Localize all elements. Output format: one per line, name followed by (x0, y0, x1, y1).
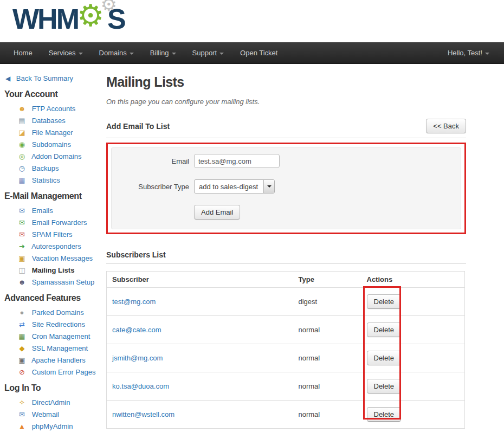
site-redirections-link[interactable]: Site Redirections (32, 320, 85, 328)
ssl-management-link[interactable]: SSL Management (32, 344, 88, 352)
email-forwarders-link[interactable]: Email Forwarders (32, 218, 87, 227)
tv-icon: ▣ (17, 254, 27, 262)
sidebar-item-email-forwarders: ✉ Email Forwarders (4, 217, 106, 229)
table-row: test@mg.com digest Delete (107, 288, 465, 316)
nav-item-services[interactable]: Services (41, 42, 91, 63)
autoresponders-link[interactable]: Autoresponders (31, 242, 81, 250)
webmail-link[interactable]: Webmail (32, 410, 59, 418)
statistics-link[interactable]: Statistics (32, 176, 60, 184)
table-header-row: Subscriber Type Actions (107, 272, 465, 288)
subscriber-type: normal (293, 316, 361, 344)
sidebar-item-spam-filters: ✉ SPAM Filters (4, 229, 106, 241)
emails-link[interactable]: Emails (32, 207, 53, 215)
chevron-down-icon (485, 53, 489, 55)
nav-user-menu[interactable]: Hello, Test! (440, 42, 497, 63)
globe-gray-icon: ● (17, 308, 27, 317)
chevron-down-icon (130, 53, 134, 55)
lock-icon: ◆ (17, 344, 27, 352)
nav-item-open-ticket[interactable]: Open Ticket (232, 42, 286, 63)
databases-link[interactable]: Databases (32, 117, 66, 125)
subscriber-type: normal (293, 344, 361, 372)
nav-item-billing[interactable]: Billing (142, 42, 184, 63)
delete-button[interactable]: Delete (367, 351, 402, 365)
subscribers-table: Subscriber Type Actions test@mg.com dige… (106, 271, 465, 429)
ftp-accounts-link[interactable]: FTP Accounts (32, 105, 76, 113)
back-to-summary-link[interactable]: Back To Summary (16, 74, 73, 82)
delete-button[interactable]: Delete (367, 407, 402, 422)
page-title: Mailing Lists (106, 74, 466, 90)
subscriber-link[interactable]: ko.tsa@duoa.com (112, 382, 169, 390)
spamassasin-setup-link[interactable]: Spamassasin Setup (32, 278, 95, 286)
logo-text-whm: WHM (12, 2, 78, 36)
gear-icon-small: ⚙ (100, 0, 117, 15)
chevron-down-icon (267, 185, 272, 188)
chevron-down-icon (172, 53, 176, 55)
subscribers-list-title: Subscribers List (106, 250, 466, 259)
delete-button[interactable]: Delete (367, 294, 402, 309)
envelope-spam-icon: ✉ (17, 230, 27, 238)
subscriber-link[interactable]: jsmith@mg.com (112, 354, 163, 362)
addon-domains-link[interactable]: Addon Domains (31, 152, 82, 160)
sidebar-section-your-account: Your Account (4, 89, 106, 99)
sidebar-item-emails: ✉ Emails (4, 205, 106, 217)
subscriber-type: normal (293, 372, 361, 401)
envelope-icon: ✉ (17, 207, 27, 215)
subscriber-type: normal (293, 401, 361, 429)
section-divider (106, 263, 466, 264)
sidebar-item-addon-domains: ◎ Addon Domains (4, 151, 106, 163)
subscriber-link[interactable]: cate@cate.com (112, 326, 161, 334)
sidebar-item-file-manager: ◪ File Manager (4, 127, 106, 139)
nav-item-support[interactable]: Support (184, 42, 232, 63)
delete-button[interactable]: Delete (367, 379, 402, 394)
nav-item-home[interactable]: Home (5, 42, 41, 63)
file-manager-link[interactable]: File Manager (32, 128, 73, 137)
sidebar-item-mailing-lists: ◫ Mailing Lists (4, 265, 106, 276)
parked-domains-link[interactable]: Parked Domains (32, 308, 84, 317)
vacation-messages-link[interactable]: Vacation Messages (32, 254, 93, 262)
apache-handlers-link[interactable]: Apache Handlers (31, 356, 86, 364)
globe-icon: ◎ (17, 152, 27, 160)
directadmin-link[interactable]: DirectAdmin (32, 398, 70, 407)
redirect-arrows-icon: ⇄ (17, 320, 27, 328)
sidebar-item-autoresponders: ➔ Autoresponders (4, 241, 106, 253)
computer-icon: ▣ (17, 356, 27, 364)
sidebar-item-ssl-management: ◆ SSL Management (4, 343, 106, 354)
custom-error-pages-link[interactable]: Custom Error Pages (32, 368, 96, 376)
clock-icon: ◷ (17, 164, 27, 172)
sidebar-item-custom-error-pages: ⊘ Custom Error Pages (4, 366, 106, 378)
col-header-subscriber: Subscriber (107, 272, 293, 288)
sidebar-item-site-redirections: ⇄ Site Redirections (4, 319, 106, 331)
sidebar-item-ftp-accounts: ☻ FTP Accounts (4, 103, 106, 115)
subdomains-link[interactable]: Subdomains (32, 140, 71, 149)
subscriber-type: digest (293, 288, 361, 316)
table-row: ko.tsa@duoa.com normal Delete (107, 372, 465, 401)
delete-button[interactable]: Delete (367, 323, 402, 337)
back-to-summary: ◀ Back To Summary (4, 73, 106, 85)
cron-management-link[interactable]: Cron Management (32, 332, 91, 340)
sidebar-item-vacation-messages: ▣ Vacation Messages (4, 253, 106, 265)
spam-filters-link[interactable]: SPAM Filters (32, 230, 73, 238)
subscriber-type-select[interactable]: add to sales-digest (194, 179, 275, 194)
main-navbar: Home Services Domains Billing Support Op… (0, 42, 504, 64)
table-row: jsmith@mg.com normal Delete (107, 344, 465, 372)
col-header-type: Type (293, 272, 361, 288)
back-button[interactable]: << Back (426, 119, 466, 133)
email-input[interactable] (194, 154, 280, 168)
add-email-button[interactable]: Add Email (194, 205, 240, 220)
folder-icon: ◪ (17, 128, 27, 137)
select-arrow-button (263, 180, 274, 193)
webmail-icon: ✉ (17, 410, 27, 418)
subscriber-link[interactable]: nwitten@wstell.com (112, 410, 175, 418)
page-subtitle: On this page you can configure your mail… (106, 98, 466, 106)
chevron-down-icon (219, 53, 224, 55)
nav-item-domains[interactable]: Domains (91, 42, 142, 63)
sidebar-item-statistics: ▦ Statistics (4, 175, 106, 186)
sidebar-item-cron-management: ▦ Cron Management (4, 331, 106, 343)
email-label: Email (120, 157, 189, 165)
subscribers-table-wrap: Subscriber Type Actions test@mg.com dige… (106, 271, 466, 429)
subscriber-link[interactable]: test@mg.com (112, 298, 156, 306)
backups-link[interactable]: Backups (32, 164, 59, 172)
error-page-icon: ⊘ (17, 368, 27, 376)
phpmyadmin-link[interactable]: phpMyAdmin (32, 422, 73, 430)
col-header-actions: Actions (361, 272, 465, 288)
